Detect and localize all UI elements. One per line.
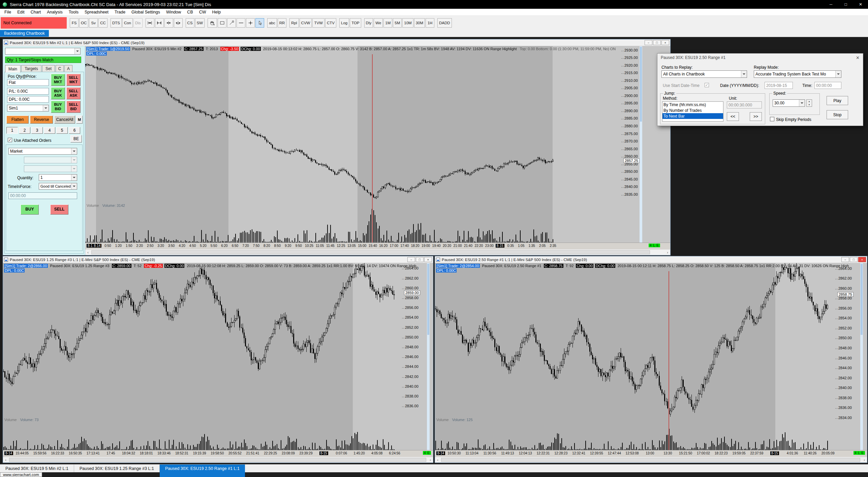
charts-to-replay-combo[interactable]: All Charts in Chartbook (661, 70, 747, 78)
menu-file[interactable]: File (1, 9, 14, 15)
buy-button[interactable]: BUY (21, 204, 39, 215)
jump-method-by-number-of-trades[interactable]: By Number of Trades (662, 107, 723, 113)
sell-bid-button[interactable]: SELL BID (66, 101, 81, 113)
trade-tab-a[interactable]: A (64, 65, 72, 72)
use-start-datetime-checkbox[interactable]: ✓ (705, 83, 709, 87)
toolbar-we-button[interactable]: We (374, 18, 383, 28)
menu-trade[interactable]: Trade (112, 9, 128, 15)
menu-tools[interactable]: Tools (66, 9, 82, 15)
toolbar-cvw-button[interactable]: CVW (300, 18, 312, 28)
menu-chart[interactable]: Chart (28, 9, 44, 15)
toolbar-1m-button[interactable]: 1M (383, 18, 392, 28)
taskbar-tab-1[interactable]: Paused 30X: ESU19 5 Min #2 L:1 (0, 465, 74, 472)
trade-tab-c[interactable]: C (56, 65, 64, 72)
be-button[interactable]: BE (70, 135, 82, 142)
dialog-titlebar[interactable]: Paused 30X: ESU19 2.50 Range #1 ✕ (657, 54, 863, 62)
toolbar-log-button[interactable]: Log (339, 18, 349, 28)
stop-button[interactable]: Stop (827, 110, 848, 119)
window-restore-icon[interactable]: □ (850, 257, 858, 262)
taskbar-tab-3[interactable]: Paused 30X: ESU19 2.50 Range #1 L:1 (160, 465, 245, 472)
scroll-right-icon[interactable]: › (862, 457, 867, 463)
buy-mkt-button[interactable]: BUY MKT (51, 74, 65, 86)
use-attached-orders-checkbox[interactable]: ✓ (8, 138, 12, 142)
jump-method-to-next-bar[interactable]: To Next Bar (662, 113, 723, 119)
window-close-icon[interactable]: × (661, 40, 669, 45)
toolbar-dts-button[interactable]: DTS (111, 18, 122, 28)
vertical-scrollbar[interactable] (860, 263, 863, 450)
trade-tab-set[interactable]: Set (42, 65, 55, 72)
window-restore-icon[interactable]: □ (653, 40, 661, 45)
trade-tab-main[interactable]: Main (5, 65, 21, 72)
jump-method-by-time-hh-mm-ss-ms[interactable]: By Time (hh:mm:ss.ms) (662, 102, 723, 107)
horizontal-scroll-thumb[interactable] (9, 458, 426, 462)
scroll-left-icon[interactable]: ‹ (435, 457, 440, 463)
window-restore-icon[interactable]: □ (416, 257, 424, 262)
crosshair-tool-icon[interactable] (246, 18, 255, 28)
toolbar-1h-button[interactable]: 1H (426, 18, 434, 28)
vertical-scroll-thumb[interactable] (427, 264, 429, 335)
qty-preset-3-button[interactable]: 3 (31, 127, 43, 134)
taskbar-tab-2[interactable]: Paused 30X: ESU19 1.25 Range #3 L:1 (74, 465, 160, 472)
buy-bid-button[interactable]: BUY BID (51, 101, 65, 113)
toolbar-cs-button[interactable]: CS (186, 18, 194, 28)
play-button[interactable]: Play (827, 96, 848, 105)
trade-tab-targets[interactable]: Targets (21, 65, 41, 72)
qty-preset-2-button[interactable]: 2 (19, 127, 30, 134)
time-field[interactable]: 00:00:00 (814, 82, 841, 89)
menu-analysis[interactable]: Analysis (44, 9, 66, 15)
jump-forward-button[interactable]: >> (750, 112, 762, 121)
menu-window[interactable]: Window (163, 9, 184, 15)
window-minimize-icon[interactable]: − (407, 257, 415, 262)
speed-combo[interactable]: 30.00 (773, 99, 805, 107)
vertical-scrollbar[interactable] (640, 46, 642, 243)
position-field[interactable]: Flat (7, 79, 49, 86)
reverse-button[interactable]: Reverse (30, 116, 53, 124)
close-icon[interactable]: ✕ (853, 0, 868, 9)
menu-spreadsheet[interactable]: Spreadsheet (82, 9, 112, 15)
toolbar-ctv-button[interactable]: CTV (325, 18, 336, 28)
window-titlebar[interactable]: Paused 30X: ESU19 5 Min #2 L:1 | E-Mini … (3, 39, 670, 46)
pointer-tool-icon[interactable] (255, 18, 264, 28)
toolbar-5m-button[interactable]: 5M (393, 18, 402, 28)
window-titlebar[interactable]: Paused 30X: ESU19 2.50 Range #1 L:1 | E-… (435, 256, 867, 263)
menu-help[interactable]: Help (209, 9, 224, 15)
scroll-left-icon[interactable]: ‹ (85, 250, 91, 255)
scroll-left-icon[interactable]: ‹ (3, 457, 8, 463)
trade-symbol-combo[interactable] (5, 48, 81, 55)
order-type-combo[interactable]: Market (8, 148, 77, 155)
toolbar-10m-button[interactable]: 10M (402, 18, 413, 28)
menu-cb[interactable]: CB (184, 9, 196, 15)
menu-global-settings[interactable]: Global Settings (128, 9, 163, 15)
sell-mkt-button[interactable]: SELL MKT (66, 74, 81, 86)
replay-mode-combo[interactable]: Accurate Trading System Back Test Mo (754, 70, 841, 78)
compress-width-icon[interactable] (146, 18, 154, 28)
window-minimize-icon[interactable]: − (645, 40, 652, 45)
hand-pan-icon[interactable] (208, 18, 217, 28)
m-button[interactable]: M (76, 116, 83, 124)
scroll-right-icon[interactable]: › (428, 457, 433, 463)
date-field[interactable]: 2019-08-15 (765, 82, 793, 89)
jump-method-listbox[interactable]: By Time (hh:mm:ss.ms)By Number of Trades… (662, 101, 723, 122)
toolbar-oc-button[interactable]: OC (79, 18, 88, 28)
vertical-scroll-thumb[interactable] (861, 264, 863, 335)
toolbar-con-button[interactable]: Con (122, 18, 133, 28)
horizontal-scroll-thumb[interactable] (441, 458, 860, 462)
dialog-close-icon[interactable]: ✕ (856, 55, 860, 60)
window-minimize-icon[interactable]: − (841, 257, 849, 262)
flag-line-tool-icon[interactable] (227, 18, 236, 28)
jump-back-button[interactable]: << (727, 112, 739, 121)
skip-empty-periods-checkbox[interactable] (770, 117, 774, 121)
cancel-all-button[interactable]: CancelAll (54, 116, 75, 124)
scroll-right-icon[interactable]: › (665, 250, 670, 255)
toolbar-tvw-button[interactable]: TVW (312, 18, 324, 28)
window-titlebar[interactable]: Paused 30X: ESU19 1.25 Range #3 L:1 | E-… (3, 256, 433, 263)
chart-plot[interactable]: [Sim1] Trade: 1@2919.50Paused 30X: ESU19… (85, 46, 621, 243)
horizontal-scrollbar[interactable]: ‹› (3, 457, 433, 463)
toolbar-rpl-button[interactable]: Rpl (289, 18, 299, 28)
spinner-up-icon[interactable]: ▲ (807, 100, 812, 103)
expand-width-icon[interactable] (155, 18, 164, 28)
volume-pane-canvas[interactable] (435, 423, 835, 450)
qty-preset-4-button[interactable]: 4 (44, 127, 55, 134)
horizontal-line-tool-icon[interactable] (237, 18, 245, 28)
horizontal-scrollbar[interactable]: ‹› (85, 249, 670, 255)
